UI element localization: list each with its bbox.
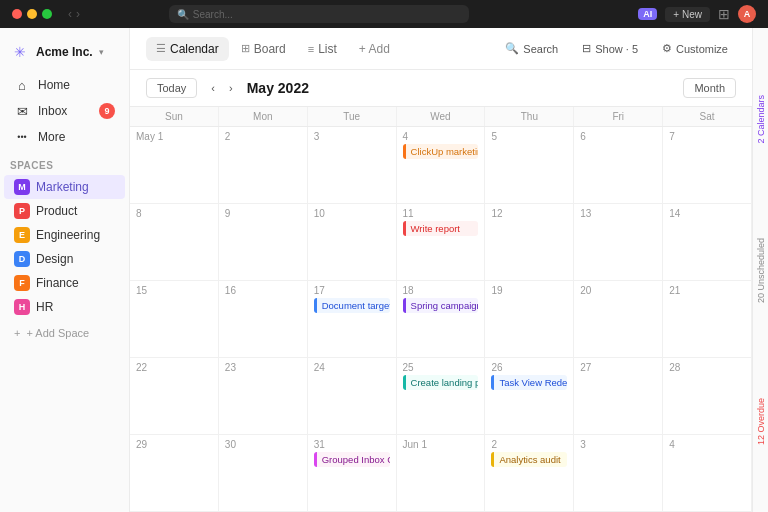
cal-date-number: 21 <box>669 285 745 296</box>
cal-cell[interactable]: 16 <box>219 281 308 357</box>
cal-cell[interactable]: Jun 1 <box>397 435 486 511</box>
calendar-body: May 1234ClickUp marketing plan567891011W… <box>130 127 752 512</box>
unscheduled-label[interactable]: 20 Unscheduled <box>756 238 766 303</box>
sidebar-item-home[interactable]: ⌂ Home <box>4 72 125 98</box>
cal-cell[interactable]: 12 <box>485 204 574 280</box>
sidebar-item-finance[interactable]: F Finance <box>4 271 125 295</box>
main-content: ☰ Calendar ⊞ Board ≡ List + Add 🔍 <box>130 28 752 512</box>
cal-cell[interactable]: 31Grouped Inbox Comments <box>308 435 397 511</box>
back-icon[interactable]: ‹ <box>68 7 72 21</box>
cal-cell[interactable]: 14 <box>663 204 752 280</box>
cal-cell[interactable]: 29 <box>130 435 219 511</box>
today-button[interactable]: Today <box>146 78 197 98</box>
search-button[interactable]: 🔍 Search <box>497 38 566 59</box>
minimize-dot[interactable] <box>27 9 37 19</box>
calendar-event[interactable]: Write report <box>403 221 479 236</box>
cal-cell[interactable]: 21 <box>663 281 752 357</box>
cal-cell[interactable]: 18Spring campaign image assets <box>397 281 486 357</box>
show-button[interactable]: ⊟ Show · 5 <box>574 38 646 59</box>
cal-date-number: 2 <box>491 439 567 450</box>
cal-cell[interactable]: 11Write report <box>397 204 486 280</box>
avatar[interactable]: A <box>738 5 756 23</box>
grid-icon[interactable]: ⊞ <box>718 6 730 22</box>
cal-cell[interactable]: 26Task View Redesign <box>485 358 574 434</box>
cal-cell[interactable]: 5 <box>485 127 574 203</box>
cal-cell[interactable]: 7 <box>663 127 752 203</box>
customize-button[interactable]: ⚙ Customize <box>654 38 736 59</box>
inbox-badge: 9 <box>99 103 115 119</box>
cal-cell[interactable]: 4 <box>663 435 752 511</box>
calendar-event[interactable]: Analytics audit <box>491 452 567 467</box>
window-controls <box>12 9 52 19</box>
spaces-section-label: Spaces <box>0 150 129 175</box>
cal-cell[interactable]: 8 <box>130 204 219 280</box>
cal-cell[interactable]: 6 <box>574 127 663 203</box>
tab-list[interactable]: ≡ List <box>298 37 347 61</box>
customize-icon: ⚙ <box>662 42 672 55</box>
sidebar-item-inbox[interactable]: ✉ Inbox 9 <box>4 98 125 124</box>
cal-cell[interactable]: 20 <box>574 281 663 357</box>
prev-month-button[interactable]: ‹ <box>205 79 221 97</box>
sidebar-item-more[interactable]: ••• More <box>4 124 125 150</box>
cal-cell[interactable]: 4ClickUp marketing plan <box>397 127 486 203</box>
engineering-label: Engineering <box>36 228 100 242</box>
tab-calendar-label: Calendar <box>170 42 219 56</box>
calendar-event[interactable]: ClickUp marketing plan <box>403 144 479 159</box>
cal-cell[interactable]: 30 <box>219 435 308 511</box>
calendar-event[interactable]: Grouped Inbox Comments <box>314 452 390 467</box>
cal-cell[interactable]: May 1 <box>130 127 219 203</box>
sidebar-item-hr[interactable]: H HR <box>4 295 125 319</box>
cal-cell[interactable]: 9 <box>219 204 308 280</box>
cal-date-number: 26 <box>491 362 567 373</box>
calendar-event[interactable]: Document target users <box>314 298 390 313</box>
cal-cell[interactable]: 3 <box>308 127 397 203</box>
sidebar-item-product[interactable]: P Product <box>4 199 125 223</box>
new-button[interactable]: + New <box>665 7 710 22</box>
board-tab-icon: ⊞ <box>241 42 250 55</box>
cal-cell[interactable]: 23 <box>219 358 308 434</box>
overdue-label[interactable]: 12 Overdue <box>756 398 766 445</box>
cal-date-number: 30 <box>225 439 301 450</box>
cal-cell[interactable]: 10 <box>308 204 397 280</box>
cal-cell[interactable]: 27 <box>574 358 663 434</box>
titlebar-right: AI + New ⊞ A <box>638 5 756 23</box>
logo: ✳ <box>10 42 30 62</box>
titlebar-search[interactable]: 🔍 Search... <box>169 5 469 23</box>
right-sidebar: 2 Calendars 20 Unscheduled 12 Overdue <box>752 28 768 512</box>
cal-cell[interactable]: 24 <box>308 358 397 434</box>
cal-date-number: 5 <box>491 131 567 142</box>
maximize-dot[interactable] <box>42 9 52 19</box>
calendar-event[interactable]: Create landing page <box>403 375 479 390</box>
sidebar-item-design[interactable]: D Design <box>4 247 125 271</box>
cal-cell[interactable]: 3 <box>574 435 663 511</box>
calendar-event[interactable]: Task View Redesign <box>491 375 567 390</box>
add-view-button[interactable]: + Add <box>349 37 400 61</box>
calendar-week-4: 293031Grouped Inbox CommentsJun 12Analyt… <box>130 435 752 512</box>
cal-date-number: 18 <box>403 285 479 296</box>
cal-cell[interactable]: 15 <box>130 281 219 357</box>
tab-board[interactable]: ⊞ Board <box>231 37 296 61</box>
cal-cell[interactable]: 17Document target users <box>308 281 397 357</box>
sidebar-item-engineering[interactable]: E Engineering <box>4 223 125 247</box>
tab-calendar[interactable]: ☰ Calendar <box>146 37 229 61</box>
company-header[interactable]: ✳ Acme Inc. ▾ <box>0 36 129 68</box>
cal-cell[interactable]: 28 <box>663 358 752 434</box>
forward-icon[interactable]: › <box>76 7 80 21</box>
calendars-label[interactable]: 2 Calendars <box>756 95 766 144</box>
cal-date-number: 14 <box>669 208 745 219</box>
close-dot[interactable] <box>12 9 22 19</box>
cal-cell[interactable]: 19 <box>485 281 574 357</box>
more-icon: ••• <box>14 129 30 145</box>
add-space-button[interactable]: + + Add Space <box>4 323 125 343</box>
cal-cell[interactable]: 13 <box>574 204 663 280</box>
next-month-button[interactable]: › <box>223 79 239 97</box>
cal-cell[interactable]: 2 <box>219 127 308 203</box>
cal-cell[interactable]: 22 <box>130 358 219 434</box>
cal-cell[interactable]: 25Create landing page <box>397 358 486 434</box>
month-view-button[interactable]: Month <box>683 78 736 98</box>
tab-list-label: List <box>318 42 337 56</box>
sidebar-item-marketing[interactable]: M Marketing <box>4 175 125 199</box>
cal-cell[interactable]: 2Analytics audit <box>485 435 574 511</box>
cal-date-number: 27 <box>580 362 656 373</box>
calendar-event[interactable]: Spring campaign image assets <box>403 298 479 313</box>
